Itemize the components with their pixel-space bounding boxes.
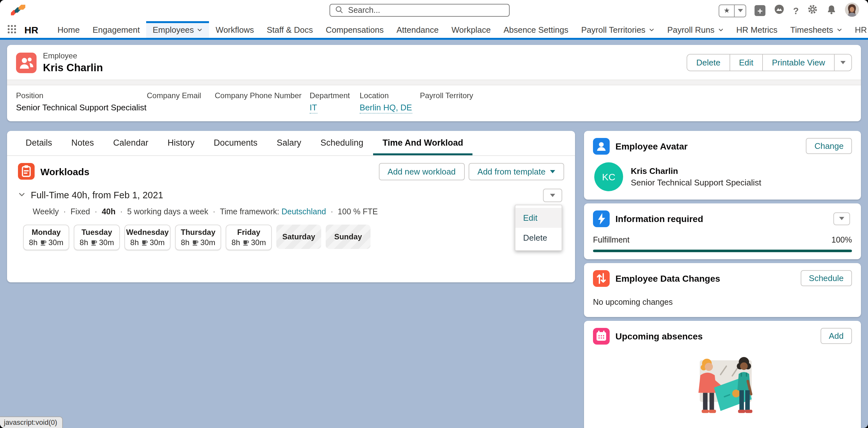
quick-add-icon[interactable]: +: [754, 5, 766, 16]
field-payroll-territory: Payroll Territory: [420, 91, 852, 113]
status-link-preview: javascript:void(0): [0, 417, 63, 428]
app-logo-icon: [9, 3, 27, 18]
app-navigation: HR Home Engagement Employees Workflows S…: [0, 21, 868, 40]
nav-item-staff-docs[interactable]: Staff & Docs: [260, 21, 319, 38]
card-title: Information required: [615, 213, 703, 224]
break-mug-icon: [242, 239, 249, 246]
department-link[interactable]: IT: [310, 103, 317, 113]
chevron-down-icon: [550, 170, 555, 173]
nav-item-engagement[interactable]: Engagement: [86, 21, 146, 38]
edit-button[interactable]: Edit: [729, 55, 762, 70]
favorites-star-icon[interactable]: ★: [719, 5, 734, 17]
add-absence-button[interactable]: Add: [820, 328, 852, 344]
notification-bell-icon[interactable]: [826, 4, 837, 17]
change-avatar-button[interactable]: Change: [806, 138, 852, 154]
field-location: Location Berlin HQ, DE: [360, 91, 420, 113]
day-card-saturday: Saturday: [276, 224, 321, 249]
delete-button[interactable]: Delete: [687, 55, 729, 70]
day-card-monday: Monday 8h 30m: [23, 224, 69, 250]
field-position: Position Senior Technical Support Specia…: [16, 91, 147, 113]
favorites-control: ★: [719, 4, 746, 17]
schedule-button[interactable]: Schedule: [801, 270, 852, 286]
day-card-sunday: Sunday: [326, 224, 371, 249]
tab-calendar[interactable]: Calendar: [103, 131, 158, 155]
employee-role: Senior Technical Support Specialist: [631, 177, 761, 187]
highlight-fields: Position Senior Technical Support Specia…: [7, 85, 861, 121]
nav-item-hr-metrics[interactable]: HR Metrics: [730, 21, 784, 38]
record-name: Kris Charlin: [43, 62, 103, 74]
nav-item-workplace[interactable]: Workplace: [445, 21, 497, 38]
tab-details[interactable]: Details: [16, 131, 62, 155]
favorites-dropdown-icon[interactable]: [734, 5, 746, 17]
printable-view-button[interactable]: Printable View: [762, 55, 834, 70]
break-mug-icon: [191, 239, 198, 246]
tab-salary[interactable]: Salary: [267, 131, 311, 155]
break-mug-icon: [39, 239, 46, 246]
upcoming-absences-card: Upcoming absences Add: [584, 320, 861, 428]
chevron-down-icon: [649, 27, 654, 32]
workload-title: Full-Time 40h, from Feb 1, 2021: [31, 190, 163, 200]
swap-arrows-icon: [593, 270, 610, 286]
more-actions-button[interactable]: [834, 55, 851, 70]
nav-item-compensations[interactable]: Compensations: [319, 21, 390, 38]
card-title: Employee Avatar: [615, 141, 687, 151]
field-department: Department IT: [310, 91, 360, 113]
chevron-down-icon: [839, 217, 844, 220]
card-title: Upcoming absences: [615, 331, 703, 341]
no-upcoming-absences-text: No upcoming absences: [593, 426, 852, 428]
add-from-template-button[interactable]: Add from template: [469, 163, 564, 180]
no-upcoming-changes-text: No upcoming changes: [593, 297, 852, 306]
workloads-icon: [18, 163, 35, 180]
tab-documents[interactable]: Documents: [204, 131, 267, 155]
global-header: ★ + ?: [0, 0, 868, 21]
field-company-phone: Company Phone Number: [215, 91, 310, 113]
tab-notes[interactable]: Notes: [62, 131, 104, 155]
chevron-down-icon: [840, 61, 845, 64]
nav-item-employees[interactable]: Employees: [146, 21, 209, 38]
absence-illustration: [593, 347, 852, 423]
header-divider: [7, 80, 861, 85]
nav-item-payroll-territories[interactable]: Payroll Territories: [575, 21, 661, 38]
app-launcher-icon[interactable]: [8, 25, 17, 34]
workloads-title: Workloads: [40, 166, 89, 177]
global-actions: ★ + ?: [719, 2, 859, 19]
employee-name: Kris Charlin: [631, 166, 761, 175]
tab-time-and-workload[interactable]: Time And Workload: [373, 131, 473, 155]
nav-item-payroll-runs[interactable]: Payroll Runs: [661, 21, 730, 38]
nav-item-attendance[interactable]: Attendance: [390, 21, 445, 38]
tab-history[interactable]: History: [158, 131, 204, 155]
collapse-chevron-icon[interactable]: [18, 189, 26, 201]
employee-initials-avatar: KC: [594, 162, 623, 191]
employee-avatar-icon: [593, 138, 610, 154]
tab-scheduling[interactable]: Scheduling: [311, 131, 373, 155]
fulfillment-label: Fulfillment: [593, 235, 629, 244]
calendar-icon: [593, 327, 610, 344]
menu-item-delete[interactable]: Delete: [516, 227, 562, 247]
info-card-menu-button[interactable]: [833, 212, 850, 225]
chevron-down-icon: [836, 27, 842, 32]
day-card-wednesday: Wednesday 8h 30m: [124, 224, 170, 250]
workload-row-menu-button[interactable]: [543, 188, 562, 202]
user-avatar[interactable]: [845, 2, 859, 19]
fulfillment-value: 100%: [832, 235, 852, 244]
setup-gear-icon[interactable]: [807, 4, 818, 17]
time-framework-link[interactable]: Deutschland: [281, 207, 326, 217]
nav-item-hr-admin[interactable]: HR Admin: [848, 21, 868, 38]
menu-item-edit[interactable]: Edit: [516, 207, 562, 227]
nav-item-home[interactable]: Home: [51, 21, 86, 38]
search-input[interactable]: [347, 5, 504, 16]
day-card-friday: Friday 8h 30m: [226, 224, 272, 250]
nav-item-absence-settings[interactable]: Absence Settings: [497, 21, 575, 38]
location-link[interactable]: Berlin HQ, DE: [360, 103, 412, 113]
chevron-down-icon: [718, 27, 723, 32]
lightning-icon: [593, 210, 610, 227]
add-new-workload-button[interactable]: Add new workload: [378, 163, 464, 180]
help-icon[interactable]: ?: [793, 5, 799, 16]
nav-item-timesheets[interactable]: Timesheets: [784, 21, 848, 38]
learning-icon[interactable]: [774, 4, 785, 17]
nav-item-workflows[interactable]: Workflows: [209, 21, 260, 38]
workload-row-menu: Edit Delete: [515, 204, 562, 251]
record-title: Employee Kris Charlin: [43, 51, 103, 74]
window: ★ + ? HR Home Engagement Employees Workf: [0, 0, 868, 428]
employee-data-changes-card: Employee Data Changes Schedule No upcomi…: [584, 263, 861, 317]
